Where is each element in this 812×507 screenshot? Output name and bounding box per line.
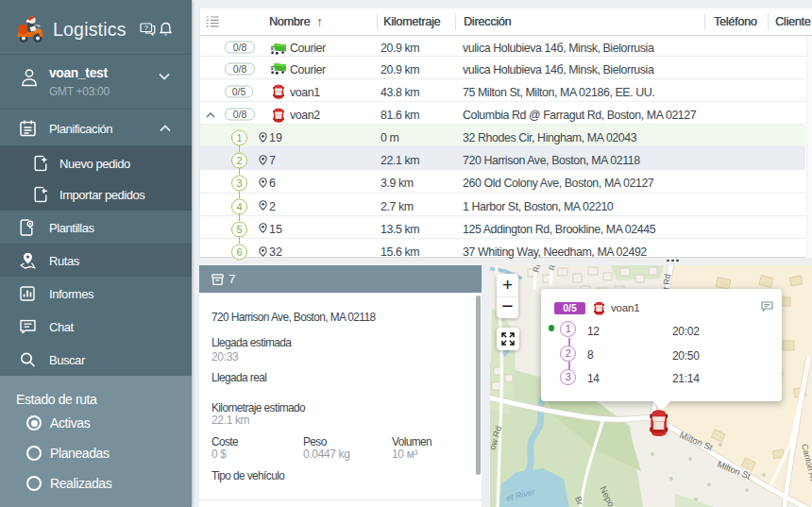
svg-text:?: ? xyxy=(144,24,148,32)
